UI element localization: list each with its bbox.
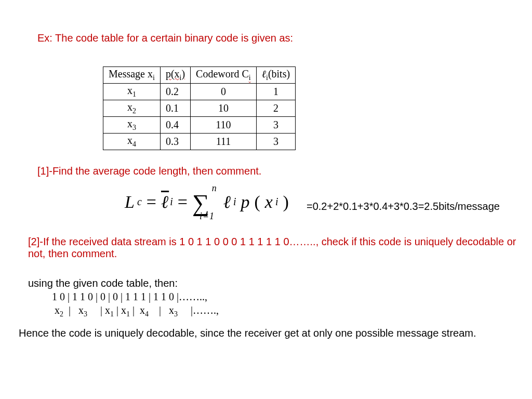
col-length: ℓi(bits)	[256, 67, 295, 84]
code-table-wrap: Message xi p(xi) Codeword Ci ℓi(bits) x1…	[103, 66, 296, 150]
table-row: x3 0.4 110 3	[103, 117, 296, 134]
table-row: x1 0.2 0 1	[103, 84, 296, 100]
code-table: Message xi p(xi) Codeword Ci ℓi(bits) x1…	[103, 66, 296, 150]
col-message: Message xi	[103, 67, 161, 84]
decoded-symbols: x2 | x3 | x1 | x1 | x4 | x3 |…….,	[52, 304, 219, 318]
conclusion: Hence the code is uniquely decodable, si…	[19, 327, 517, 339]
solution-intro: using the given code table, then:	[28, 277, 178, 289]
decoded-bits: 1 0 | 1 1 0 | 0 | 0 | 1 1 1 | 1 1 0 |…….…	[52, 291, 207, 303]
table-row: x2 0.1 10 2	[103, 100, 296, 117]
col-codeword: Codeword Ci	[191, 67, 257, 84]
question-1: [1]-Find the average code length, then c…	[37, 165, 261, 177]
formula-block: Lc = ℓi = ∑ n i=1 ℓi p(xi)	[125, 188, 289, 216]
question-2: [2]-If the received data stream is 1 0 1…	[28, 236, 516, 260]
table-row: x4 0.3 111 3	[103, 134, 296, 150]
formula: Lc = ℓi = ∑ n i=1 ℓi p(xi)	[125, 188, 289, 216]
example-title: Ex: The code table for a certain binary …	[37, 32, 293, 44]
table-header-row: Message xi p(xi) Codeword Ci ℓi(bits)	[103, 67, 296, 84]
formula-calculation: =0.2+2*0.1+3*0.4+3*0.3=2.5bits/message	[307, 201, 500, 212]
col-prob: p(xi)	[160, 67, 190, 84]
